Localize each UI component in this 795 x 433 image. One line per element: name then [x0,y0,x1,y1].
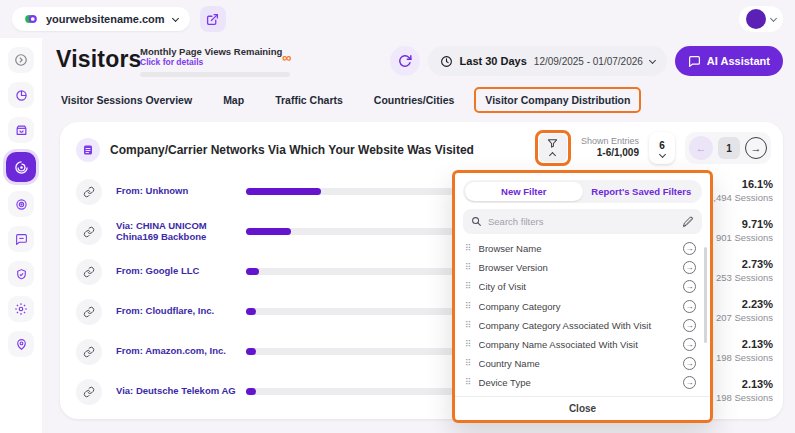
external-link-icon [206,13,219,26]
sessions-value: 207 Sessions [716,312,773,323]
tab-traffic-charts[interactable]: Traffic Charts [264,87,354,113]
pagination: ← 1 → [685,132,771,164]
sidebar-item-archive[interactable] [8,117,34,143]
network-label[interactable]: From: Unknown [116,186,244,197]
list-item[interactable]: ⠿Company Category Associated With Visit→ [455,316,710,335]
quota-progress-bar [140,72,290,77]
sidebar-item-goals[interactable] [8,191,34,217]
drag-handle-icon[interactable]: ⠿ [465,282,472,291]
list-item[interactable]: ⠿City of Visit→ [455,277,710,296]
list-item[interactable]: ⠿Device Type→ [455,373,710,392]
date-range-selector[interactable]: Last 30 Days 12/09/2025 - 01/07/2026 [428,46,667,76]
tab-new-filter[interactable]: New Filter [465,182,583,201]
percentage-value: 16.1% [708,178,773,190]
network-label[interactable]: Via: Deutsche Telekom AG [116,386,244,397]
location-pin-icon [15,338,28,351]
percentage-value: 2.13% [716,378,773,390]
filter-popup-tabs: New Filter Report's Saved Filters [463,180,702,203]
open-website-button[interactable] [200,6,226,32]
page-size-selector[interactable]: 6 [649,132,675,164]
drag-handle-icon[interactable]: ⠿ [465,359,472,368]
drag-handle-icon[interactable]: ⠿ [465,302,472,311]
website-selector[interactable]: yourwebsitename.com [12,7,190,31]
close-button[interactable]: Close [455,396,710,420]
arrow-right-circle-icon[interactable]: → [683,242,696,255]
list-item[interactable]: ⠿Browser Name→ [455,239,710,258]
report-doc-icon [76,138,100,162]
list-item[interactable]: ⠿Company Category→ [455,297,710,316]
sidebar-item-visitors[interactable] [6,152,36,182]
list-item[interactable]: ⠿Country Name→ [455,354,710,373]
settings-gear-icon [14,302,28,316]
arrow-right-circle-icon[interactable]: → [683,280,696,293]
link-icon [76,259,102,285]
next-page-button[interactable]: → [745,137,767,159]
percentage-value: 2.23% [716,298,773,310]
sidebar-item-security[interactable] [8,261,34,287]
arrow-right-circle-icon[interactable]: → [683,338,696,351]
network-label[interactable]: From: Cloudflare, Inc. [116,306,244,317]
infinity-value: ∞ [282,51,291,64]
ai-assistant-button[interactable]: AI Assistant [675,46,783,76]
prev-page-button[interactable]: ← [689,136,713,160]
link-icon [76,339,102,365]
archive-box-icon [15,124,28,137]
sessions-value: 198 Sessions [716,352,773,363]
list-item[interactable]: ⠿IP→ [455,393,710,397]
sessions-value: 253 Sessions [716,272,773,283]
clear-filters-icon[interactable] [682,216,694,228]
chat-icon [688,55,701,68]
drag-handle-icon[interactable]: ⠿ [465,340,472,349]
drag-handle-icon[interactable]: ⠿ [465,263,472,272]
percentage-value: 2.73% [716,258,773,270]
sidebar-item-feedback[interactable] [8,226,34,252]
drag-handle-icon[interactable]: ⠿ [465,378,472,387]
page-title: Visitors [56,46,142,73]
network-label[interactable]: From: Google LLC [116,266,244,277]
sidebar-item-settings[interactable] [8,296,34,322]
sidebar-item-location[interactable] [8,331,34,357]
chevron-up-icon [549,152,556,159]
chevron-down-icon [770,14,777,21]
account-menu[interactable] [739,6,783,32]
link-icon [76,379,102,405]
arrow-right-circle-icon[interactable]: → [683,261,696,274]
sidebar-item-dashboard[interactable] [8,82,34,108]
row-stats: 9.71% 901 Sessions [716,218,773,243]
ai-assistant-label: AI Assistant [707,55,770,67]
sidebar-nav [0,38,42,433]
tab-map[interactable]: Map [212,87,255,113]
sessions-value: 198 Sessions [716,392,773,403]
drag-handle-icon[interactable]: ⠿ [465,244,472,253]
filter-highlight-box [535,130,571,166]
tab-visitor-company-distribution[interactable]: Visitor Company Distribution [474,87,641,113]
popup-scrollbar[interactable] [704,247,707,343]
network-label[interactable]: From: Amazon.com, Inc. [116,346,244,357]
drag-handle-icon[interactable]: ⠿ [465,321,472,330]
arrow-right-circle-icon[interactable]: → [683,357,696,370]
tab-visitor-sessions-overview[interactable]: Visitor Sessions Overview [50,87,203,113]
tab-countries-cities[interactable]: Countries/Cities [363,87,466,113]
filter-search-bar [463,209,702,234]
quota-details-link[interactable]: Click for details [140,57,300,67]
site-logo-icon [24,12,38,26]
clock-icon [440,55,453,68]
refresh-icon [398,54,412,68]
arrow-right-circle-icon[interactable]: → [683,300,696,313]
current-page[interactable]: 1 [718,137,740,159]
period-label: Last 30 Days [460,55,527,67]
arrow-right-circle-icon[interactable]: → [683,376,696,389]
filter-button[interactable] [539,134,567,162]
refresh-button[interactable] [390,46,420,76]
list-item[interactable]: ⠿Browser Version→ [455,258,710,277]
filter-popup: New Filter Report's Saved Filters ⠿Brows… [452,170,713,423]
search-input[interactable] [488,216,676,227]
sidebar-toggle-button[interactable] [8,47,34,73]
tab-reports-saved-filters[interactable]: Report's Saved Filters [583,182,701,201]
shown-entries-label: Shown Entries [581,136,639,147]
network-label[interactable]: Via: CHINA UNICOM China169 Backbone [116,221,244,243]
visitor-analytics-app: yourwebsitename.com [0,0,795,433]
arrow-right-circle-icon[interactable]: → [683,319,696,332]
list-item[interactable]: ⠿Company Name Associated With Visit→ [455,335,710,354]
page-size-value: 6 [659,140,665,151]
